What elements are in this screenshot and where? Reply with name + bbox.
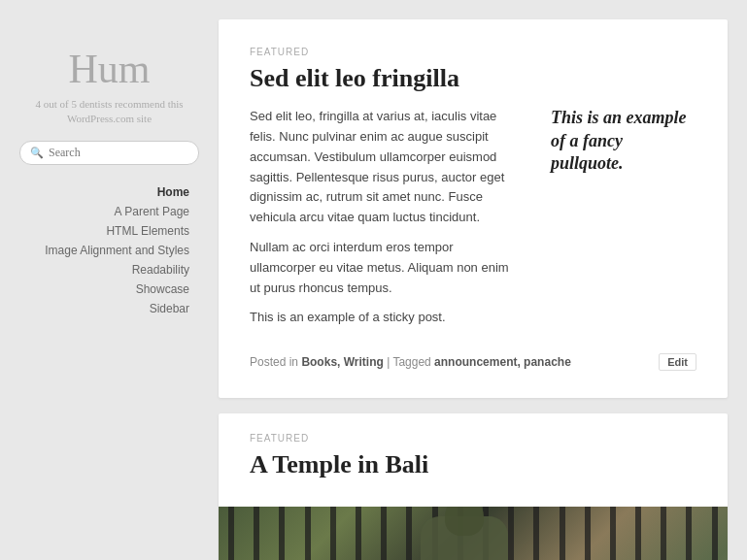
nav-menu: Home A Parent Page HTML Elements Image A… [19,184,199,316]
search-box[interactable]: 🔍 [19,141,199,165]
nav-item-home[interactable]: Home [19,184,189,200]
post-1-categories[interactable]: Books, Writing [301,355,383,369]
nav-link-sidebar[interactable]: Sidebar [150,302,189,315]
fence-bar [356,507,361,560]
post-2-featured-label: FEATURED [250,433,696,444]
post-1-body: Sed elit leo, fringilla at varius at, ia… [250,107,696,338]
site-tagline: 4 out of 5 dentists recommend this WordP… [19,97,199,127]
nav-link-showcase[interactable]: Showcase [136,282,189,296]
nav-item-parent-page[interactable]: A Parent Page [19,204,189,219]
fence-bar [712,507,718,560]
nav-item-showcase[interactable]: Showcase [19,281,189,297]
fence-bar [330,507,336,560]
nav-link-readability[interactable]: Readability [132,263,189,277]
main-content: FEATURED Sed elit leo fringilla Sed elit… [219,19,728,560]
post-1-pullquote: This is an example of a fancy pullquote. [541,107,696,338]
post-1-para-1: Sed elit leo, fringilla at varius at, ia… [250,107,522,228]
post-1-meta: Posted in Books, Writing | Tagged announ… [250,353,696,371]
nav-item-readability[interactable]: Readability [19,262,189,278]
fence-bar [585,507,591,560]
post-2-title: A Temple in Bali [250,449,696,479]
site-title: Hum [19,49,199,89]
nav-item-sidebar[interactable]: Sidebar [19,301,189,316]
fence-bar [406,507,412,560]
search-input[interactable] [49,146,188,160]
statue-head [445,507,484,536]
statue-decoration [421,516,508,560]
post-1-edit-link[interactable]: Edit [659,353,696,371]
post-2-image [219,507,728,560]
sidebar: Hum 4 out of 5 dentists recommend this W… [19,19,199,560]
fence-bar [305,507,311,560]
nav-item-html-elements[interactable]: HTML Elements [19,223,189,239]
post-card-1: FEATURED Sed elit leo fringilla Sed elit… [219,19,728,398]
post-1-title: Sed elit leo fringilla [250,63,696,93]
post-1-para-2: Nullam ac orci interdum eros tempor ulla… [250,238,522,298]
page-wrapper: Hum 4 out of 5 dentists recommend this W… [0,0,747,560]
post-1-featured-label: FEATURED [250,47,696,57]
fence-bar [686,507,692,560]
fence-bar [610,507,616,560]
nav-link-home[interactable]: Home [157,185,189,199]
post-2-header: FEATURED A Temple in Bali [219,413,728,507]
post-1-meta-text: Posted in Books, Writing | Tagged announ… [250,355,571,369]
post-1-para-3: This is an example of a sticky post. [250,308,522,328]
nav-link-html-elements[interactable]: HTML Elements [106,224,189,238]
fence-bar [279,507,285,560]
post-1-text: Sed elit leo, fringilla at varius at, ia… [250,107,522,338]
fence-bar [661,507,666,560]
fence-bar [560,507,565,560]
post-1-tags[interactable]: announcement, panache [434,355,571,369]
nav-link-image-alignment[interactable]: Image Alignment and Styles [45,244,189,257]
fence-bar [533,507,539,560]
fence-bar [508,507,514,560]
search-icon: 🔍 [30,147,44,159]
fence-bar [635,507,641,560]
post-card-2: FEATURED A Temple in Bali [219,413,728,560]
fence-bar [228,507,234,560]
fence-bar [254,507,259,560]
fence-bar [381,507,387,560]
nav-link-parent-page[interactable]: A Parent Page [115,205,189,218]
nav-item-image-alignment[interactable]: Image Alignment and Styles [19,243,189,258]
